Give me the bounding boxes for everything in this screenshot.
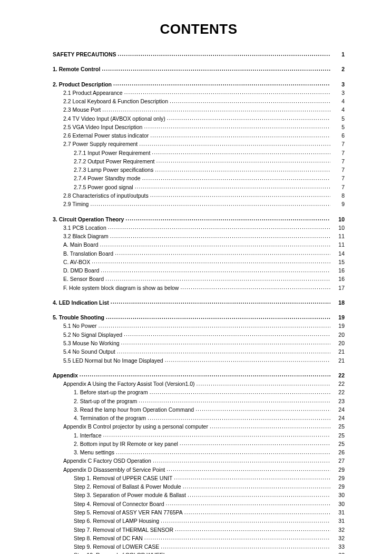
toc-entry-page: 6 [332, 131, 345, 140]
toc-entry-label: 1. Remote Control [53, 65, 100, 73]
toc-entry: Step 6. Removal of LAMP Housing31 [53, 517, 345, 525]
toc-entry-label: 5.1 No Power [63, 322, 97, 330]
toc-entry-label: 2.3 Mouse Port [63, 105, 101, 114]
toc-entry-page: 29 [332, 482, 345, 491]
toc-entry-label: Step 10. Removal of COLOR WHEEL [74, 551, 166, 554]
toc-entry-label: 2.6 External Power status indicator [63, 131, 149, 140]
toc-entry-label: B. Translation Board [63, 249, 113, 258]
toc-entry-page: 17 [332, 284, 345, 292]
toc-entry-page: 21 [332, 356, 345, 365]
toc-dot-leader [102, 66, 330, 72]
toc-entry-page: 7 [332, 174, 345, 182]
toc-dot-leader [90, 201, 330, 207]
toc-entry-page: 22 [332, 380, 345, 388]
toc-dot-leader [180, 440, 330, 446]
toc-dot-leader [175, 526, 330, 532]
toc-entry-page: 7 [332, 183, 345, 191]
toc-entry-page: 32 [332, 526, 345, 534]
toc-entry: 2.4 TV Video Input (AVBOX optional only)… [53, 114, 345, 123]
toc-entry-label: 1. Before start-up the program [74, 388, 148, 396]
toc-entry-page: 22 [332, 371, 345, 380]
toc-entry-label: Appendix A Using the Factory Assist Tool… [63, 380, 195, 388]
toc-entry-page: 29 [332, 465, 345, 474]
toc-dot-leader [116, 449, 330, 455]
toc-entry-page: 27 [332, 456, 345, 465]
toc-dot-leader [103, 432, 330, 438]
toc-dot-leader [161, 518, 330, 523]
toc-entry-label: C. AV-BOX [63, 258, 90, 266]
toc-dot-leader [108, 224, 330, 230]
toc-entry-label: 1. Interface [74, 431, 102, 440]
toc-entry-page: 7 [332, 149, 345, 157]
toc-dot-leader [115, 250, 330, 256]
toc-entry-label: 3.1 PCB Location [63, 223, 106, 232]
toc-entry: Step 4. Removal of Connector Board30 [53, 500, 345, 508]
toc-dot-leader [113, 81, 330, 86]
toc-entry-page: 9 [332, 200, 345, 208]
toc-dot-leader [150, 192, 330, 198]
toc-entry: 2.7.2 Output Power Requirement7 [53, 157, 345, 166]
toc-entry: D. DMD Board16 [53, 266, 345, 275]
toc-entry-page: 8 [332, 191, 345, 200]
toc-dot-leader [161, 543, 330, 549]
toc-entry-page: 29 [332, 474, 345, 482]
section-gap [53, 74, 345, 80]
toc-entry-page: 2 [332, 65, 345, 73]
toc-entry: 4. Termination of the program24 [53, 414, 345, 422]
toc-dot-leader [183, 483, 330, 489]
toc-entry: 3.2 Black Diagram11 [53, 232, 345, 240]
toc-dot-leader [110, 233, 330, 239]
section-gap [53, 292, 345, 298]
toc-entry: 5.2 No Signal Displayed20 [53, 331, 345, 339]
toc-entry-page: 20 [332, 331, 345, 339]
toc-entry-label: 4. LED Indication List [53, 298, 109, 307]
toc-entry: B. Translation Board14 [53, 249, 345, 258]
toc-entry-page: 7 [332, 166, 345, 174]
toc-entry-page: 7 [332, 140, 345, 148]
toc-entry-page: 10 [332, 223, 345, 232]
toc-entry-label: 2.7.5 Power good signal [74, 183, 133, 191]
toc-entry: Step 2. Removal of Ballast & Power Modul… [53, 482, 345, 491]
toc-entry-label: 2. Bottom input by IR Remote or key pane… [74, 440, 178, 448]
toc-dot-leader [102, 106, 330, 112]
toc-entry: 2.2 Local Keyboard & Function Descriptio… [53, 97, 345, 105]
toc-entry-label: Step 1. Removal of UPPER CASE UNIT [74, 474, 172, 482]
toc-entry-label: D. DMD Board [63, 266, 99, 275]
toc-dot-leader [210, 423, 330, 429]
toc-entry: 5.3 Mouse No Working20 [53, 339, 345, 347]
toc-entry-page: 31 [332, 508, 345, 517]
toc-entry-label: Step 9. Removal of LOWER CASE [74, 542, 159, 551]
toc-entry-page: 21 [332, 347, 345, 356]
toc-entry-label: 2.7.2 Output Power Requirement [74, 157, 155, 166]
toc-dot-leader [142, 175, 330, 181]
toc-entry-label: 2. Start-up of the program [74, 397, 137, 405]
toc-dot-leader [150, 132, 330, 138]
toc-entry-label: Appendix D Disassembly of Service Point [63, 465, 165, 474]
toc-entry-label: SAFETY PRECAUTIONS [53, 50, 116, 59]
toc-dot-leader [153, 458, 330, 463]
toc-entry-page: 30 [332, 500, 345, 508]
toc-entry: 2.9 Timing9 [53, 200, 345, 208]
toc-dot-leader [92, 258, 330, 264]
toc-entry-label: Step 4. Removal of Connector Board [74, 500, 164, 508]
toc-entry-page: 11 [332, 232, 345, 240]
toc-entry-label: 2.7.4 Power Standby mode [74, 174, 141, 182]
toc-dot-leader [195, 406, 330, 412]
toc-entry-label: Appendix B Control projector by using a … [63, 422, 208, 431]
toc-entry-page: 16 [332, 275, 345, 283]
section-gap [53, 365, 345, 371]
toc-entry: 4. LED Indication List18 [53, 298, 345, 307]
toc-entry-label: 2.2 Local Keyboard & Function Descriptio… [63, 97, 168, 105]
toc-entry: Step 10. Removal of COLOR WHEEL33 [53, 551, 345, 554]
toc-dot-leader [167, 115, 330, 121]
toc-entry-page: 32 [332, 534, 345, 542]
toc-entry-label: A. Main Board [63, 240, 99, 249]
toc-dot-leader [148, 415, 330, 421]
toc-entry: F. Hole system block diagram is show as … [53, 284, 345, 292]
toc-entry-page: 26 [332, 448, 345, 456]
toc-entry-page: 5 [332, 123, 345, 131]
toc-dot-leader [101, 267, 330, 273]
toc-entry: 2. Product Description3 [53, 80, 345, 89]
toc-dot-leader [124, 331, 330, 337]
toc-entry: 5.1 No Power19 [53, 322, 345, 330]
